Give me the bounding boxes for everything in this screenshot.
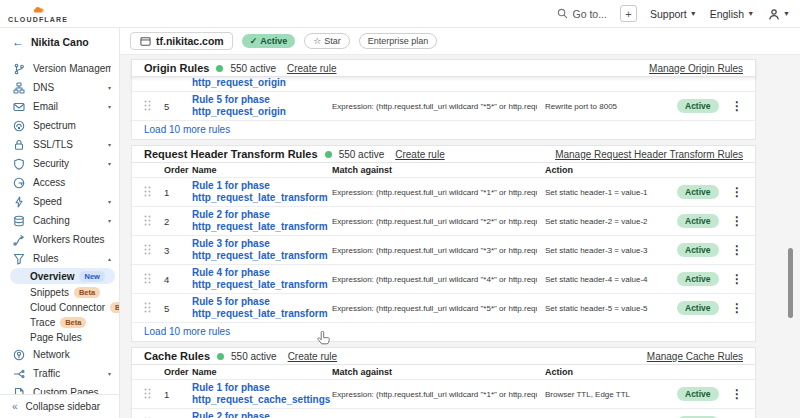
section-body: OrderNameMatch againstAction1Rule 1 for …	[131, 163, 756, 342]
active-count: 550 active	[230, 63, 276, 74]
kebab-menu-icon[interactable]: ⋮	[731, 272, 743, 286]
sidebar-item-dns[interactable]: DNS▾	[0, 78, 119, 97]
dns-tree-icon	[12, 82, 25, 94]
rule-action: Set static header-4 = value-4	[545, 275, 669, 284]
kebab-menu-icon[interactable]: ⋮	[731, 387, 743, 401]
main-area: tf.nikitac.com ✓ Active ☆ Star Enterpris…	[120, 28, 800, 418]
sidebar-item-caching[interactable]: Caching▾	[0, 211, 119, 230]
network-globe-icon	[12, 349, 25, 361]
sidebar-item-spectrum[interactable]: Spectrum	[0, 116, 119, 135]
rule-name-link[interactable]: Rule 2 for phasehttp_request_cache_setti…	[192, 411, 324, 418]
kebab-menu-icon[interactable]: ⋮	[731, 301, 743, 315]
chevron-down-icon: ▾	[108, 217, 111, 224]
section-title: Request Header Transform Rules	[144, 148, 318, 160]
rule-match-expression: Expression: (http.request.full_uri wildc…	[332, 275, 537, 284]
sidebar-subitem-trace[interactable]: TraceBeta	[10, 315, 115, 329]
rule-name-link[interactable]: Rule 4 for phasehttp_request_late_transf…	[192, 267, 324, 291]
sidebar-item-label: Version Management	[33, 63, 111, 74]
collapse-label: Collapse sidebar	[26, 401, 101, 412]
person-icon	[767, 8, 780, 20]
sidebar-subitem-cloud-connector[interactable]: Cloud ConnectorBeta	[10, 300, 115, 314]
drag-handle-icon[interactable]	[144, 385, 156, 403]
rule-name-link[interactable]: Rule 3 for phasehttp_request_late_transf…	[192, 238, 324, 262]
sidebar-item-version-management[interactable]: Version Management	[0, 59, 119, 78]
status-badge: Active	[677, 387, 719, 401]
sidebar-subitem-overview[interactable]: OverviewNew	[10, 268, 115, 284]
sidebar-item-security[interactable]: Security▾	[0, 154, 119, 173]
col-match: Match against	[332, 367, 537, 377]
section-cache-rules: Cache Rules550 activeCreate ruleManage C…	[131, 347, 756, 418]
chevron-down-icon: ▾	[108, 103, 111, 110]
drag-handle-icon[interactable]	[144, 241, 156, 259]
topbar-menu: Go to... + Support ▼ English ▼ ▼	[556, 5, 790, 22]
create-rule-link[interactable]: Create rule	[287, 63, 336, 74]
manage-rules-link[interactable]: Manage Request Header Transform Rules	[555, 149, 743, 160]
col-action: Action	[545, 367, 669, 377]
col-match: Match against	[332, 165, 537, 175]
support-label: Support	[650, 8, 687, 20]
drag-handle-icon[interactable]	[144, 212, 156, 230]
sidebar-item-custom-pages[interactable]: Custom Pages	[0, 383, 119, 394]
manage-rules-link[interactable]: Manage Cache Rules	[647, 351, 743, 362]
sidebar-item-speed[interactable]: Speed▾	[0, 192, 119, 211]
load-more-rules-link[interactable]: Load 10 more rules	[132, 322, 755, 341]
star-button[interactable]: ☆ Star	[304, 33, 350, 49]
sidebar-subitem-label: Cloud Connector	[30, 302, 105, 313]
table-row: 1Rule 1 for phasehttp_request_late_trans…	[132, 177, 755, 206]
kebab-menu-icon[interactable]: ⋮	[731, 99, 743, 113]
drag-handle-icon[interactable]	[144, 183, 156, 201]
rule-name-link[interactable]: Rule 1 for phasehttp_request_late_transf…	[192, 180, 324, 204]
access-icon	[12, 177, 25, 189]
sidebar-item-traffic[interactable]: Traffic▾	[0, 364, 119, 383]
sidebar-item-access[interactable]: Access	[0, 173, 119, 192]
sidebar-subitem-label: Overview	[30, 271, 74, 282]
chevron-down-icon: ▾	[108, 198, 111, 205]
create-rule-link[interactable]: Create rule	[288, 351, 337, 362]
cloudflare-logo[interactable]: CLOUDFLARE	[8, 4, 68, 23]
status-badge: Active	[677, 214, 719, 228]
kebab-menu-icon[interactable]: ⋮	[731, 243, 743, 257]
chevron-down-icon: ▼	[690, 10, 697, 17]
sidebar-subitem-snippets[interactable]: SnippetsBeta	[10, 285, 115, 299]
rule-name-link[interactable]: Rule 5 for phasehttp_request_late_transf…	[192, 296, 324, 320]
kebab-menu-icon[interactable]: ⋮	[731, 214, 743, 228]
drag-handle-icon[interactable]	[144, 270, 156, 288]
rule-order: 5	[164, 101, 184, 112]
drag-handle-icon[interactable]	[144, 97, 156, 115]
active-status-dot	[325, 151, 332, 158]
chevron-down-icon: ▾	[108, 370, 111, 377]
rule-name-link[interactable]: Rule 5 for phasehttp_request_origin	[192, 94, 324, 118]
sidebar-item-network[interactable]: Network	[0, 345, 119, 364]
sidebar-item-workers-routes[interactable]: Workers Routes	[0, 230, 119, 249]
vertical-scrollbar-thumb[interactable]	[788, 248, 793, 318]
sidebar-item-email[interactable]: Email▾	[0, 97, 119, 116]
support-menu[interactable]: Support ▼	[650, 8, 697, 20]
status-badge: Active	[677, 185, 719, 199]
drag-handle-icon[interactable]	[144, 299, 156, 317]
rule-name-link[interactable]: http_request_origin	[192, 77, 324, 89]
add-button[interactable]: +	[620, 5, 637, 22]
rule-name-link[interactable]: Rule 2 for phasehttp_request_late_transf…	[192, 209, 324, 233]
chevron-down-icon: ▾	[108, 160, 111, 167]
language-menu[interactable]: English ▼	[710, 8, 754, 20]
rules-funnel-icon	[12, 253, 25, 265]
rule-name-link[interactable]: Rule 1 for phasehttp_request_cache_setti…	[192, 382, 324, 406]
manage-rules-link[interactable]: Manage Origin Rules	[649, 63, 743, 74]
account-row[interactable]: ← Nikita Cano	[0, 28, 119, 55]
collapse-sidebar-button[interactable]: « Collapse sidebar	[0, 394, 119, 418]
site-header: tf.nikitac.com ✓ Active ☆ Star Enterpris…	[120, 28, 800, 55]
active-count: 550 active	[231, 351, 277, 362]
sidebar-item-rules[interactable]: Rules▴	[0, 249, 119, 268]
back-arrow-icon[interactable]: ←	[12, 35, 24, 49]
domain-selector[interactable]: tf.nikitac.com	[130, 32, 233, 50]
kebab-menu-icon[interactable]: ⋮	[731, 185, 743, 199]
goto-search[interactable]: Go to...	[556, 8, 607, 20]
load-more-rules-link[interactable]: Load 10 more rules	[132, 120, 755, 139]
account-menu[interactable]: ▼	[767, 8, 790, 20]
sidebar-item-ssl-tls[interactable]: SSL/TLS▾	[0, 135, 119, 154]
drag-handle-icon[interactable]	[144, 414, 156, 418]
create-rule-link[interactable]: Create rule	[395, 149, 444, 160]
sidebar-subitem-page-rules[interactable]: Page Rules	[10, 330, 115, 344]
sidebar-subitem-label: Page Rules	[30, 332, 82, 343]
section-header-origin-rules: Origin Rules550 activeCreate ruleManage …	[131, 59, 756, 77]
